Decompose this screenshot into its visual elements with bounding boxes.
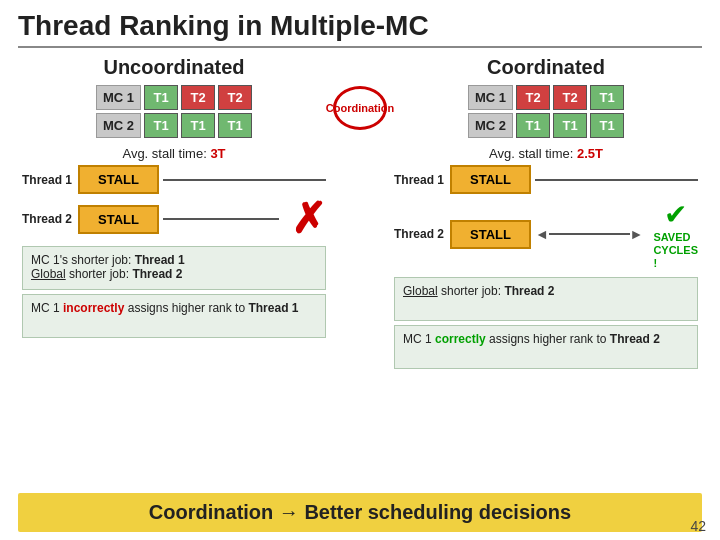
left-mc1-label: MC 1 xyxy=(96,85,141,110)
page: Thread Ranking in Multiple-MC Uncoordina… xyxy=(0,0,720,540)
left-mc1-t2a: T2 xyxy=(181,85,215,110)
arrow-right: ► xyxy=(630,227,644,241)
right-mc1-row: MC 1 T2 T2 T1 xyxy=(468,85,624,110)
main-content: Uncoordinated MC 1 T1 T2 T2 MC 2 T1 T1 T… xyxy=(18,56,702,489)
left-mc2-t1b: T1 xyxy=(181,113,215,138)
left-mc2-row: MC 2 T1 T1 T1 xyxy=(96,113,252,138)
left-stall-area: Thread 1 STALL Thread 2 STALL ✗ xyxy=(22,165,326,240)
left-mc1-row: MC 1 T1 T2 T2 xyxy=(96,85,252,110)
right-mc-table: MC 1 T2 T2 T1 MC 2 T1 T1 T1 xyxy=(394,85,698,138)
left-desc1-line2: Global shorter job: Thread 2 xyxy=(31,267,317,281)
left-thread-ref: Thread 1 xyxy=(248,301,298,315)
left-mc2-t1c: T1 xyxy=(218,113,252,138)
page-number: 42 xyxy=(690,518,706,534)
left-mc-table: MC 1 T1 T2 T2 MC 2 T1 T1 T1 xyxy=(22,85,326,138)
left-mc1-t1: T1 xyxy=(144,85,178,110)
left-thread2-line xyxy=(163,218,279,220)
left-thread2-stall: STALL xyxy=(78,205,159,234)
left-thread1-stall: STALL xyxy=(78,165,159,194)
right-thread1-label: Thread 1 xyxy=(394,173,446,187)
right-mc2-t1a: T1 xyxy=(516,113,550,138)
check-icon: ✔ xyxy=(664,198,687,231)
left-mc1-t2b: T2 xyxy=(218,85,252,110)
page-title: Thread Ranking in Multiple-MC xyxy=(18,10,702,48)
left-mc2-label: MC 2 xyxy=(96,113,141,138)
center-coordination: Coordination xyxy=(330,56,390,489)
right-mc1-label: MC 1 xyxy=(468,85,513,110)
coordinated-col: Coordinated MC 1 T2 T2 T1 MC 2 T1 T1 T1 … xyxy=(390,56,702,489)
left-thread1-label: Thread 1 xyxy=(22,173,74,187)
right-stall-area: Thread 1 STALL Thread 2 STALL ◄ ► ✔ xyxy=(394,165,698,271)
right-mc1-t1: T1 xyxy=(590,85,624,110)
right-thread1-stall: STALL xyxy=(450,165,531,194)
left-desc1: MC 1's shorter job: Thread 1 Global shor… xyxy=(22,246,326,290)
right-desc1: Global shorter job: Thread 2 xyxy=(394,277,698,321)
coordinated-header: Coordinated xyxy=(394,56,698,79)
left-thread2-label: Thread 2 xyxy=(22,212,74,226)
left-thread1-row: Thread 1 STALL xyxy=(22,165,326,194)
right-thread2-row: Thread 2 STALL ◄ ► ✔ SAVEDCYCLES! xyxy=(394,198,698,271)
right-desc1-line1: Global shorter job: Thread 2 xyxy=(403,284,689,298)
arrow-left: ◄ xyxy=(535,227,549,241)
left-avg-stall: Avg. stall time: 3T xyxy=(22,146,326,161)
left-thread1-line xyxy=(163,179,326,181)
x-mark: ✗ xyxy=(291,198,326,240)
right-mc2-row: MC 2 T1 T1 T1 xyxy=(468,113,624,138)
right-mc2-t1c: T1 xyxy=(590,113,624,138)
uncoordinated-col: Uncoordinated MC 1 T1 T2 T2 MC 2 T1 T1 T… xyxy=(18,56,330,489)
right-avg-stall: Avg. stall time: 2.5T xyxy=(394,146,698,161)
right-mc2-t1b: T1 xyxy=(553,113,587,138)
incorrect-word: incorrectly xyxy=(63,301,124,315)
right-mc2-label: MC 2 xyxy=(468,113,513,138)
right-thread1-row: Thread 1 STALL xyxy=(394,165,698,194)
left-mc2-t1a: T1 xyxy=(144,113,178,138)
right-thread1-line xyxy=(535,179,698,181)
double-arrow-container: ◄ ► xyxy=(535,227,643,241)
correct-word: correctly xyxy=(435,332,486,346)
left-desc2: MC 1 incorrectly assigns higher rank to … xyxy=(22,294,326,338)
coordination-circle: Coordination xyxy=(333,86,387,130)
right-thread2-stall: STALL xyxy=(450,220,531,249)
saved-label: SAVEDCYCLES! xyxy=(653,231,698,271)
bottom-banner: Coordination → Better scheduling decisio… xyxy=(18,493,702,532)
saved-container: ✔ SAVEDCYCLES! xyxy=(649,198,698,271)
right-desc2: MC 1 correctly assigns higher rank to Th… xyxy=(394,325,698,369)
right-thread-ref: Thread 2 xyxy=(610,332,660,346)
right-mc1-t2b: T2 xyxy=(553,85,587,110)
left-thread2-row: Thread 2 STALL ✗ xyxy=(22,198,326,240)
right-thread2-label: Thread 2 xyxy=(394,227,446,241)
uncoordinated-header: Uncoordinated xyxy=(22,56,326,79)
right-thread2-line xyxy=(549,233,630,235)
right-mc1-t2a: T2 xyxy=(516,85,550,110)
left-desc1-line1: MC 1's shorter job: Thread 1 xyxy=(31,253,317,267)
